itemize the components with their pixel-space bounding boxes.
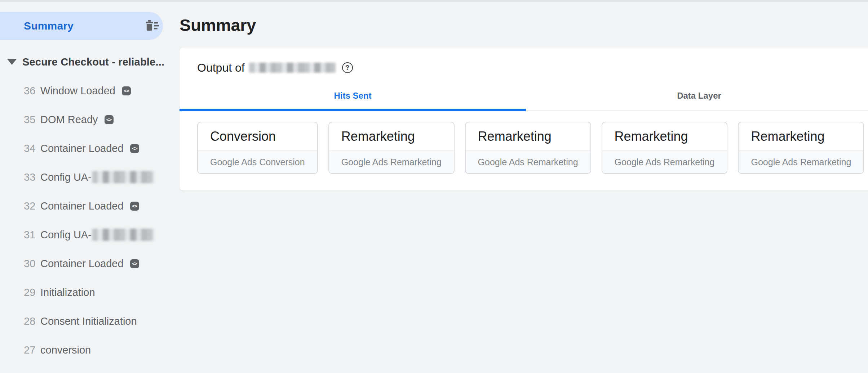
event-number: 33	[24, 171, 40, 183]
event-number: 30	[24, 258, 40, 270]
output-of-label: Output of	[197, 61, 245, 75]
tag-title: Remarketing	[329, 122, 454, 150]
chevron-down-icon	[7, 59, 17, 65]
event-number: 36	[24, 85, 40, 97]
event-row[interactable]: 36Window Loaded<>	[0, 76, 173, 105]
tag-card[interactable]: RemarketingGoogle Ads Remarketing	[328, 122, 455, 174]
code-icon: <>	[105, 115, 114, 124]
tag-type: Google Ads Remarketing	[466, 150, 590, 173]
delete-sweep-icon	[143, 20, 160, 32]
event-label: Container Loaded	[40, 143, 124, 154]
event-label: Container Loaded	[40, 258, 124, 270]
event-label: conversion	[40, 344, 91, 356]
event-row[interactable]: 32Container Loaded<>	[0, 192, 173, 220]
clear-events-button[interactable]	[143, 20, 160, 32]
event-number: 35	[24, 114, 40, 126]
help-icon[interactable]: ?	[342, 62, 353, 73]
tab-hits-sent[interactable]: Hits Sent	[180, 81, 526, 111]
event-label: Config UA-	[40, 229, 92, 241]
tag-title: Conversion	[198, 122, 317, 150]
event-row[interactable]: 31Config UA-	[0, 220, 173, 249]
tabbar: Hits Sent Data Layer	[180, 81, 868, 111]
summary-label: Summary	[24, 20, 74, 32]
sidebar-item-summary[interactable]: Summary	[0, 12, 163, 40]
hits-list: ConversionGoogle Ads ConversionRemarketi…	[197, 122, 864, 174]
tab-data-layer[interactable]: Data Layer	[526, 81, 868, 111]
container-tree-header[interactable]: Secure Checkout - reliable...	[0, 53, 173, 71]
redacted-text	[92, 229, 154, 241]
event-label: Consent Initialization	[40, 315, 137, 327]
redacted-container-id	[249, 63, 336, 73]
event-label: Container Loaded	[40, 200, 124, 212]
event-number: 34	[24, 143, 40, 154]
tag-title: Remarketing	[739, 122, 863, 150]
tab-label: Hits Sent	[334, 91, 371, 101]
tag-type: Google Ads Remarketing	[602, 150, 727, 173]
tag-type: Google Ads Conversion	[198, 150, 317, 173]
event-list: 36Window Loaded<>35DOM Ready<>34Containe…	[0, 76, 173, 364]
event-row[interactable]: 28Consent Initialization	[0, 307, 173, 336]
code-icon: <>	[122, 86, 131, 95]
page-title: Summary	[180, 15, 256, 35]
tag-title: Remarketing	[602, 122, 727, 150]
event-row[interactable]: 34Container Loaded<>	[0, 134, 173, 163]
container-title: Secure Checkout - reliable...	[22, 56, 164, 68]
tab-label: Data Layer	[677, 91, 721, 101]
event-row[interactable]: 35DOM Ready<>	[0, 105, 173, 134]
event-number: 27	[24, 344, 40, 356]
code-icon: <>	[130, 144, 139, 153]
tag-type: Google Ads Remarketing	[739, 150, 863, 173]
event-sidebar: Summary Secure Checkout - reliable... 36…	[0, 2, 173, 373]
event-row[interactable]: 30Container Loaded<>	[0, 249, 173, 278]
card-header: Output of ?	[197, 60, 353, 75]
tag-title: Remarketing	[466, 122, 590, 150]
event-label: Window Loaded	[40, 85, 115, 97]
tag-card[interactable]: RemarketingGoogle Ads Remarketing	[602, 122, 728, 174]
event-number: 29	[24, 287, 40, 298]
redacted-text	[92, 171, 154, 183]
code-icon: <>	[130, 259, 139, 268]
tag-card[interactable]: RemarketingGoogle Ads Remarketing	[465, 122, 591, 174]
event-number: 32	[24, 200, 40, 212]
event-row[interactable]: 27conversion	[0, 336, 173, 364]
tag-type: Google Ads Remarketing	[329, 150, 454, 173]
event-number: 31	[24, 229, 40, 241]
tag-card[interactable]: RemarketingGoogle Ads Remarketing	[738, 122, 864, 174]
output-summary-card: Output of ? Hits Sent Data Layer Convers…	[180, 48, 868, 190]
event-label: Config UA-	[40, 171, 92, 183]
tag-card[interactable]: ConversionGoogle Ads Conversion	[197, 122, 318, 174]
event-number: 28	[24, 315, 40, 327]
event-label: DOM Ready	[40, 114, 98, 126]
event-row[interactable]: 29Initialization	[0, 278, 173, 307]
code-icon: <>	[130, 202, 139, 211]
event-label: Initialization	[40, 287, 95, 298]
event-row[interactable]: 33Config UA-	[0, 163, 173, 192]
